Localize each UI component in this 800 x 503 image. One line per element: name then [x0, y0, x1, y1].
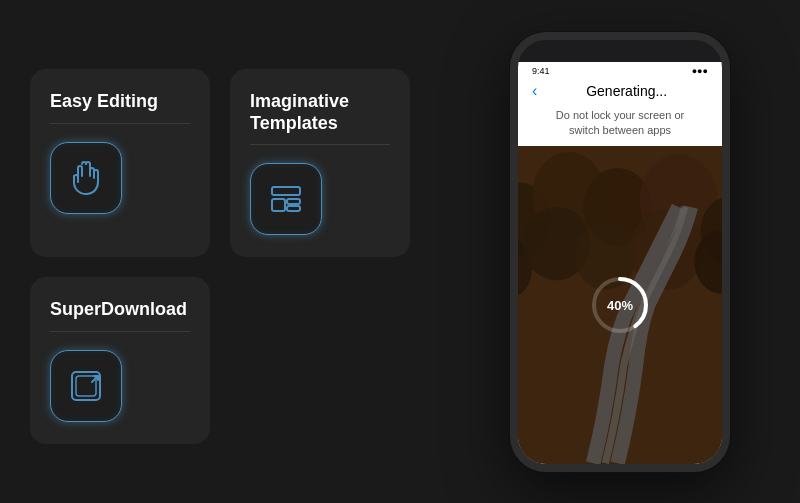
features-panel: Easy Editing Imaginative Templates	[0, 0, 440, 503]
phone-image-area: 40%	[518, 146, 722, 463]
feature-card-easy-editing[interactable]: Easy Editing	[30, 69, 210, 257]
templates-title: Imaginative Templates	[250, 91, 390, 134]
svg-rect-1	[272, 199, 285, 211]
easy-editing-icon-wrap	[50, 142, 122, 214]
feature-card-templates[interactable]: Imaginative Templates	[230, 69, 410, 257]
progress-circle: 40%	[585, 270, 655, 340]
feature-card-download[interactable]: SuperDownload	[30, 277, 210, 444]
templates-icon-wrap	[250, 163, 322, 235]
easy-editing-title: Easy Editing	[50, 91, 158, 113]
svg-rect-2	[287, 199, 300, 204]
phone-back-button[interactable]: ‹	[532, 82, 537, 100]
progress-percent-text: 40%	[607, 297, 633, 312]
svg-rect-0	[272, 187, 300, 195]
phone-nav-title: Generating...	[545, 83, 708, 99]
phone-notch	[580, 40, 660, 62]
phone-screen: 9:41 ●●● ‹ Generating... Do not lock you…	[518, 62, 722, 464]
templates-divider	[250, 144, 390, 145]
phone-subtitle-text: Do not lock your screen orswitch between…	[518, 106, 722, 147]
phone-device: 9:41 ●●● ‹ Generating... Do not lock you…	[510, 32, 730, 472]
phone-status-icons: ●●●	[692, 66, 708, 76]
templates-icon	[264, 177, 308, 221]
phone-status-bar: 9:41 ●●●	[518, 62, 722, 78]
phone-mockup-panel: 9:41 ●●● ‹ Generating... Do not lock you…	[440, 0, 800, 503]
svg-rect-5	[76, 376, 96, 396]
svg-rect-3	[287, 206, 300, 211]
features-grid: Easy Editing Imaginative Templates	[30, 69, 410, 257]
hand-icon	[64, 156, 108, 200]
bottom-row: SuperDownload	[30, 277, 410, 444]
phone-nav-bar: ‹ Generating...	[518, 78, 722, 106]
easy-editing-divider	[50, 123, 190, 124]
download-icon	[64, 364, 108, 408]
download-divider	[50, 331, 190, 332]
download-title: SuperDownload	[50, 299, 187, 321]
phone-time: 9:41	[532, 66, 550, 76]
download-icon-wrap	[50, 350, 122, 422]
